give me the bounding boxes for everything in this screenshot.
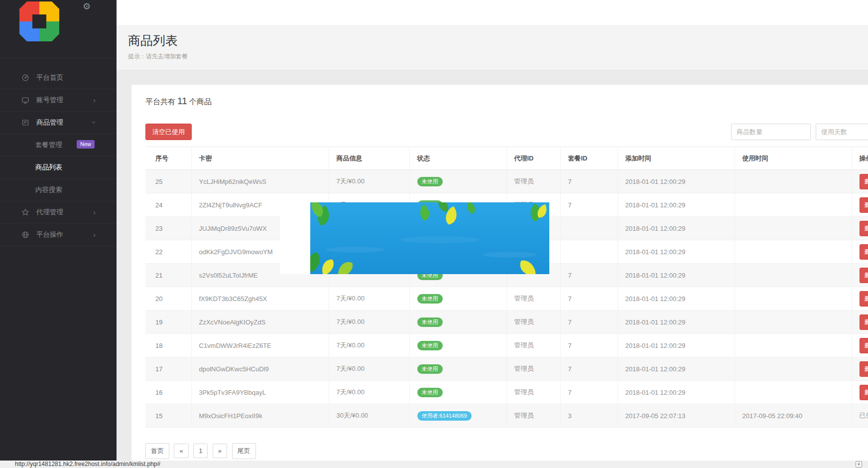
col-agent-id: 代理ID — [506, 147, 560, 170]
monitor-icon — [21, 96, 30, 105]
summary-text: 平台共有11个商品 — [145, 96, 212, 107]
delete-button[interactable]: 删除 — [860, 221, 868, 236]
delete-button[interactable]: 删除 — [860, 338, 868, 353]
cell-product-info: 7天/¥0.00 — [329, 357, 409, 381]
cell-card-key: YcLJHiMp62nikQeWsS — [191, 170, 329, 193]
cell-added-time: 2018-01-01 12:00:29 — [618, 264, 735, 287]
sidebar-item-platform-home[interactable]: 平台首页 — [0, 67, 117, 89]
sidebar-item-label: 账号管理 — [36, 96, 63, 105]
cell-status: 未使用 — [409, 381, 506, 404]
cell-agent-id: 管理员 — [506, 311, 560, 334]
sidebar-item-content-search[interactable]: 内容搜索 — [0, 179, 117, 201]
sidebar-item-label: 内容搜索 — [35, 185, 62, 194]
pagination-page-1[interactable]: 1 — [193, 444, 208, 458]
cell-action: 删除 — [852, 334, 868, 357]
delete-button[interactable]: 删除 — [860, 385, 868, 400]
cell-action: 删除 — [852, 381, 868, 404]
pagination: 首页 « 1 » 尾页 — [145, 443, 258, 459]
product-count: 11 — [175, 96, 189, 106]
cell-agent-id: 管理员 — [506, 381, 560, 404]
delete-button[interactable]: 删除 — [860, 197, 868, 213]
table-row: 18 C1vmDWWJrR4iEzZ6TE 7天/¥0.00 未使用 管理员 7… — [145, 334, 868, 357]
cell-added-time: 2017-09-05 22:07:13 — [618, 404, 735, 428]
cell-action: 删除 — [852, 357, 868, 381]
status-badge: 未使用 — [417, 364, 443, 374]
cell-action: 删除 — [852, 287, 868, 311]
cell-product-info: 7天/¥0.00 — [329, 381, 409, 404]
cell-status: 未使用 — [409, 334, 506, 357]
cell-added-time: 2018-01-01 12:00:29 — [618, 334, 735, 357]
sidebar-item-agent-mgmt[interactable]: 代理管理 › — [0, 201, 117, 224]
cell-added-time: 2018-01-01 12:00:29 — [618, 381, 735, 404]
status-url: http://yqr1481281.hk2.free2host.info/adm… — [15, 461, 160, 468]
cell-serial: 17 — [145, 357, 191, 381]
cell-status: 未使用 — [409, 170, 506, 193]
cell-action: 已使用 — [852, 404, 868, 428]
promo-image-margin — [280, 202, 311, 274]
delete-button[interactable]: 删除 — [860, 174, 868, 189]
cell-action: 删除 — [852, 264, 868, 287]
cell-agent-id: 管理员 — [506, 334, 560, 357]
pagination-prev[interactable]: « — [174, 444, 188, 458]
cell-package-id: 7 — [560, 264, 618, 287]
col-used-time: 使用时间 — [735, 147, 852, 170]
cell-added-time: 2018-01-01 12:00:29 — [618, 357, 735, 381]
table-row: 16 3Pk5pTv3FA9YBbqayL 7天/¥0.00 未使用 管理员 7… — [145, 381, 868, 404]
pagination-next[interactable]: » — [213, 444, 227, 458]
cell-used-time — [735, 193, 852, 217]
cell-serial: 21 — [145, 264, 191, 287]
cell-serial: 16 — [145, 381, 191, 404]
page-subtitle: 提示：请先去增加套餐 — [128, 52, 868, 61]
sidebar-item-account-mgmt[interactable]: 账号管理 › — [0, 89, 117, 112]
product-quantity-input[interactable] — [731, 124, 811, 140]
sidebar-item-platform-ops[interactable]: 平台操作 › — [0, 224, 117, 246]
promo-image[interactable] — [310, 202, 549, 274]
delete-button[interactable]: 删除 — [860, 268, 868, 283]
sidebar-item-label: 套餐管理 — [35, 141, 62, 150]
product-table: 序号 卡密 商品信息 状态 代理ID 套餐ID 添加时间 使用时间 操作 25 … — [145, 147, 868, 428]
col-product-info: 商品信息 — [329, 147, 409, 170]
summary-suffix: 个商品 — [189, 97, 212, 106]
cell-action: 删除 — [852, 170, 868, 193]
sidebar-item-label: 代理管理 — [36, 208, 63, 217]
status-badge: 使用者:614148069 — [417, 411, 472, 421]
cell-product-info: 7天/¥0.00 — [329, 334, 409, 357]
cell-added-time: 2018-01-01 12:00:29 — [618, 193, 735, 217]
cell-card-key: fX9KDT3b3C65Zgh45X — [191, 287, 329, 311]
clear-used-button[interactable]: 清空已使用 — [145, 124, 192, 140]
cell-card-key: dpolNGwDKwc5HCuDl9 — [191, 357, 329, 381]
table-row: 17 dpolNGwDKwc5HCuDl9 7天/¥0.00 未使用 管理员 7… — [145, 357, 868, 381]
cell-product-info: 30天/¥0.00 — [329, 404, 409, 428]
gear-icon[interactable]: ⚙ — [83, 1, 91, 12]
cell-card-key: 3Pk5pTv3FA9YBbqayL — [191, 381, 329, 404]
cell-package-id: 7 — [560, 311, 618, 334]
cell-product-info: 7天/¥0.00 — [329, 311, 409, 334]
star-icon — [21, 208, 30, 217]
cell-used-time — [735, 381, 852, 404]
cell-package-id: 7 — [560, 357, 618, 381]
app-logo-icon[interactable] — [19, 1, 59, 41]
summary-prefix: 平台共有 — [145, 97, 175, 106]
pagination-first[interactable]: 首页 — [145, 443, 169, 459]
delete-button[interactable]: 删除 — [860, 244, 868, 260]
sidebar-item-product-list[interactable]: 商品列表 — [0, 156, 117, 179]
sidebar-item-product-mgmt[interactable]: 商品管理 › — [0, 112, 117, 134]
cell-added-time: 2018-01-01 12:00:29 — [618, 287, 735, 311]
dashboard-icon — [21, 74, 30, 82]
delete-button[interactable]: 删除 — [860, 314, 868, 330]
usage-days-input[interactable] — [816, 124, 868, 140]
cell-added-time: 2018-01-01 12:00:29 — [618, 311, 735, 334]
chevron-right-icon: › — [93, 208, 96, 216]
cell-package-id — [560, 240, 618, 264]
sidebar-item-package-mgmt[interactable]: 套餐管理 New — [0, 134, 117, 156]
delete-button[interactable]: 删除 — [860, 361, 868, 377]
cell-package-id — [560, 217, 618, 240]
pagination-last[interactable]: 尾页 — [232, 443, 256, 459]
table-row: 19 ZzXcVNoeAlgKIOyZdS 7天/¥0.00 未使用 管理员 7… — [145, 311, 868, 334]
cell-agent-id: 管理员 — [506, 170, 560, 193]
sidebar: ⚙ 平台首页 账号管理 › — [0, 0, 117, 461]
col-card-key: 卡密 — [191, 147, 329, 170]
cell-added-time: 2018-01-01 12:00:29 — [618, 170, 735, 193]
delete-button[interactable]: 删除 — [860, 291, 868, 307]
cell-product-info: 7天/¥0.00 — [329, 287, 409, 311]
